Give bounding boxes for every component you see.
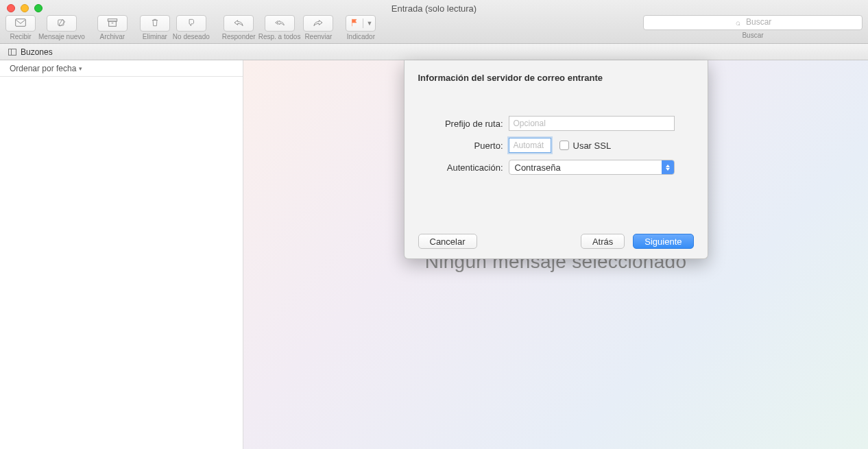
buzones-button[interactable]: Buzones — [21, 47, 53, 57]
titlebar: Entrada (solo lectura) Recibir Mensaje n… — [0, 0, 868, 44]
chevron-down-icon: ▼ — [366, 20, 372, 27]
message-list-pane: Ordenar por fecha ▾ — [0, 60, 243, 449]
svg-rect-3 — [108, 21, 116, 26]
eliminar-label: Eliminar — [143, 33, 167, 40]
forward-icon — [313, 18, 324, 29]
auth-select[interactable]: Contraseña — [509, 160, 675, 175]
nuevo-mensaje-label: Mensaje nuevo — [38, 33, 85, 40]
indicador-button[interactable]: ▼ — [346, 15, 376, 32]
reply-all-icon — [274, 18, 285, 29]
path-prefix-label: Prefijo de ruta: — [418, 119, 509, 129]
favorites-bar: Buzones — [0, 44, 868, 60]
chevron-down-icon: ▾ — [79, 65, 82, 72]
responder-todos-label: Resp. a todos — [258, 33, 301, 40]
account-setup-sheet: Información del servidor de correo entra… — [404, 60, 708, 259]
svg-rect-0 — [16, 19, 26, 27]
message-preview-pane: Ningún mensaje seleccionado Información … — [243, 60, 868, 449]
recibir-label: Recibir — [10, 33, 31, 40]
sort-label: Ordenar por fecha — [10, 64, 76, 73]
envelope-icon — [15, 18, 26, 29]
nuevo-mensaje-button[interactable] — [47, 15, 77, 32]
port-input[interactable] — [509, 138, 551, 153]
separator — [363, 19, 363, 28]
compose-icon — [56, 18, 67, 29]
responder-todos-button[interactable] — [265, 15, 295, 32]
select-arrows-icon — [662, 160, 674, 174]
form: Prefijo de ruta: Puerto: Usar SSL Autent… — [418, 116, 694, 175]
next-button[interactable]: Siguiente — [633, 234, 693, 249]
port-label: Puerto: — [418, 141, 509, 151]
reenviar-button[interactable] — [303, 15, 333, 32]
use-ssl-checkbox[interactable]: Usar SSL — [559, 141, 612, 151]
reply-icon — [233, 18, 244, 29]
sort-dropdown[interactable]: Ordenar por fecha ▾ — [0, 60, 243, 77]
archivar-button[interactable] — [97, 15, 128, 32]
trash-icon — [149, 18, 160, 29]
auth-value: Contraseña — [515, 162, 561, 173]
search-input[interactable] — [643, 15, 863, 30]
use-ssl-label: Usar SSL — [573, 141, 612, 151]
search-label: Buscar — [742, 32, 763, 39]
window-title: Entrada (solo lectura) — [0, 3, 868, 14]
svg-rect-1 — [58, 20, 64, 25]
flag-icon — [349, 18, 360, 29]
thumbs-down-icon — [186, 18, 197, 29]
archivar-label: Archivar — [99, 33, 125, 40]
back-button[interactable]: Atrás — [581, 234, 625, 249]
search-icon: ⌕ — [736, 18, 740, 27]
responder-button[interactable] — [224, 15, 254, 32]
mailboxes-icon — [8, 49, 16, 56]
checkbox-icon — [559, 141, 569, 150]
responder-label: Responder — [222, 33, 256, 40]
recibir-button[interactable] — [5, 15, 36, 32]
nodeseado-label: No deseado — [173, 33, 210, 40]
archive-icon — [107, 18, 118, 29]
indicador-label: Indicador — [347, 33, 375, 40]
sheet-title: Información del servidor de correo entra… — [418, 73, 694, 83]
nodeseado-button[interactable] — [176, 15, 206, 32]
auth-label: Autenticación: — [418, 162, 509, 173]
eliminar-button[interactable] — [140, 15, 170, 32]
toolbar: Recibir Mensaje nuevo Archivar — [5, 15, 863, 43]
sheet-buttons: Cancelar Atrás Siguiente — [418, 234, 694, 249]
reenviar-label: Reenviar — [304, 33, 332, 40]
main-area: Ordenar por fecha ▾ Ningún mensaje selec… — [0, 60, 868, 449]
cancel-button[interactable]: Cancelar — [418, 234, 477, 249]
path-prefix-input[interactable] — [509, 116, 675, 131]
